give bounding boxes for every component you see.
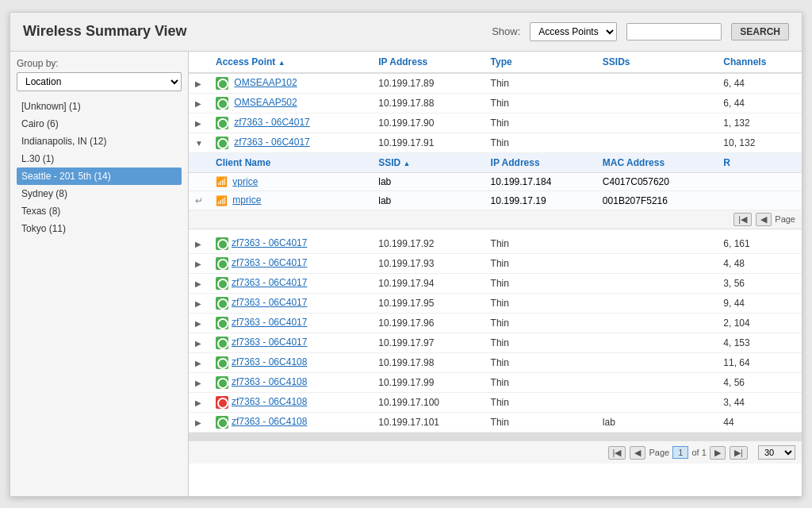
page-nav-first[interactable]: |◀	[608, 446, 626, 460]
expand-cell[interactable]: ▶	[189, 73, 209, 94]
col-type[interactable]: Type	[485, 52, 596, 73]
ap-link[interactable]: zf7363 - 06C4108	[232, 416, 307, 427]
page-of: of 1	[691, 448, 708, 457]
ap-link[interactable]: zf7363 - 06C4108	[232, 376, 307, 387]
expand-cell[interactable]: ▶	[189, 113, 209, 133]
ap-link[interactable]: zf7363 - 06C4017	[234, 137, 309, 148]
sidebar-item-tokyo[interactable]: Tokyo (11)	[17, 220, 182, 237]
expand-arrow[interactable]: ▶	[195, 260, 201, 268]
ap-link[interactable]: OMSEAAP502	[234, 97, 297, 108]
sidebar-item-texas[interactable]: Texas (8)	[17, 202, 182, 220]
content: Group by: Location Type SSID [Unknown] (…	[10, 52, 802, 496]
per-page-select[interactable]: 30 50 100	[758, 445, 795, 460]
client-link[interactable]: vprice	[232, 176, 258, 187]
sub-page-nav-first[interactable]: |◀	[733, 213, 752, 226]
ap-status-icon	[216, 376, 228, 389]
show-label: Show:	[492, 25, 520, 37]
ap-link[interactable]: zf7363 - 06C4017	[234, 117, 309, 128]
group-by-label: Group by:	[17, 58, 182, 69]
ap-link[interactable]: zf7363 - 06C4108	[232, 356, 307, 368]
expand-cell[interactable]: ▶	[189, 234, 209, 254]
sub-col-ip[interactable]: IP Address	[485, 152, 596, 172]
expand-cell[interactable]: ▶	[189, 372, 209, 392]
expand-cell[interactable]: ▶	[189, 333, 209, 352]
sub-page-nav-prev[interactable]: ◀	[756, 213, 772, 226]
expand-cell[interactable]: ▶	[189, 412, 209, 432]
expand-cell[interactable]: ▶	[189, 392, 209, 412]
col-access-point[interactable]: Access Point ▲	[209, 52, 372, 73]
ap-name-cell: zf7363 - 06C4108	[209, 392, 372, 412]
type-cell: Thin	[485, 93, 596, 113]
table-row: ▶ zf7363 - 06C4017 10.199.17.97 Thin 4, …	[189, 333, 802, 352]
expand-cell[interactable]: ▶	[189, 293, 209, 313]
expand-cell[interactable]: ▶	[189, 352, 209, 372]
client-r-cell	[717, 172, 802, 191]
ip-cell: 10.199.17.100	[372, 392, 484, 412]
ap-link[interactable]: zf7363 - 06C4108	[232, 396, 307, 407]
ap-link[interactable]: zf7363 - 06C4017	[232, 317, 307, 328]
ap-link[interactable]: zf7363 - 06C4017	[232, 337, 307, 348]
table-row-expanded: ▼ zf7363 - 06C4017 10.199.17.91 Thin 10,…	[189, 133, 802, 152]
ssid-cell: lab	[596, 412, 717, 432]
expand-arrow[interactable]: ▶	[195, 379, 201, 387]
ap-link[interactable]: zf7363 - 06C4017	[232, 297, 307, 308]
col-ip[interactable]: IP Address	[372, 52, 484, 73]
sidebar-item-l30[interactable]: L.30 (1)	[17, 150, 182, 167]
expand-arrow[interactable]: ▶	[195, 398, 201, 407]
expand-arrow[interactable]: ▶	[195, 418, 201, 427]
group-by-select[interactable]: Location Type SSID	[17, 72, 182, 91]
ip-cell: 10.199.17.97	[372, 333, 484, 352]
page-nav-next[interactable]: ▶	[710, 446, 726, 460]
sidebar-item-seattle[interactable]: Seattle - 201 5th (14)	[17, 167, 182, 185]
page-current: 1	[672, 446, 688, 459]
sidebar-item-unknown[interactable]: [Unknown] (1)	[17, 98, 182, 115]
ap-name-cell: zf7363 - 06C4017	[209, 273, 372, 293]
sub-col-ssid[interactable]: SSID ▲	[372, 152, 484, 172]
search-input[interactable]	[626, 23, 722, 40]
show-select[interactable]: Access Points Clients Rogues	[530, 22, 617, 41]
ip-cell: 10.199.17.89	[372, 73, 484, 94]
table-row: ▶ OMSEAAP102 10.199.17.89 Thin 6, 44	[189, 73, 802, 94]
expand-arrow[interactable]: ▶	[195, 79, 201, 88]
location-list: [Unknown] (1) Cairo (6) Indianapolis, IN…	[17, 98, 182, 237]
expand-arrow[interactable]: ▶	[195, 299, 201, 308]
client-link[interactable]: mprice	[232, 194, 261, 206]
expand-arrow[interactable]: ▼	[195, 139, 203, 148]
expand-cell[interactable]: ▼	[189, 133, 209, 152]
expand-arrow[interactable]: ▶	[195, 319, 201, 328]
type-cell: Thin	[485, 234, 596, 254]
col-ssids[interactable]: SSIDs	[596, 52, 717, 73]
sub-col-client[interactable]: Client Name	[209, 152, 372, 172]
ap-status-icon	[216, 77, 228, 90]
expand-cell[interactable]: ▶	[189, 93, 209, 113]
col-channels[interactable]: Channels	[717, 52, 802, 73]
page-nav-last[interactable]: ▶|	[730, 446, 748, 460]
expand-cell[interactable]: ▶	[189, 313, 209, 333]
ssid-cell	[596, 93, 717, 113]
sidebar-item-indianapolis[interactable]: Indianapolis, IN (12)	[17, 133, 182, 150]
expand-cell[interactable]: ▶	[189, 253, 209, 273]
expand-arrow[interactable]: ▶	[195, 240, 201, 248]
ap-name-cell: zf7363 - 06C4017	[209, 313, 372, 333]
ap-link[interactable]: zf7363 - 06C4017	[232, 277, 307, 288]
ap-link[interactable]: zf7363 - 06C4017	[232, 257, 307, 268]
ssid-cell	[596, 73, 717, 94]
expand-arrow[interactable]: ▶	[195, 339, 201, 348]
page-nav-prev[interactable]: ◀	[630, 446, 645, 460]
search-button[interactable]: SEARCH	[731, 23, 789, 40]
ssid-cell	[596, 352, 717, 372]
expand-arrow[interactable]: ▶	[195, 119, 201, 128]
expand-cell[interactable]: ▶	[189, 273, 209, 293]
sub-col-mac[interactable]: MAC Address	[596, 152, 717, 172]
expand-arrow[interactable]: ▶	[195, 279, 201, 288]
ap-name-cell: zf7363 - 06C4108	[209, 372, 372, 392]
sub-col-r[interactable]: R	[717, 152, 802, 172]
sidebar-item-cairo[interactable]: Cairo (6)	[17, 115, 182, 133]
sidebar-item-sydney[interactable]: Sydney (8)	[17, 185, 182, 202]
expand-arrow[interactable]: ▶	[195, 359, 201, 368]
ap-link[interactable]: zf7363 - 06C4017	[232, 237, 307, 248]
ip-cell: 10.199.17.98	[372, 352, 484, 372]
ap-link[interactable]: OMSEAAP102	[234, 77, 297, 88]
ssid-cell	[596, 392, 717, 412]
expand-arrow[interactable]: ▶	[195, 99, 201, 108]
